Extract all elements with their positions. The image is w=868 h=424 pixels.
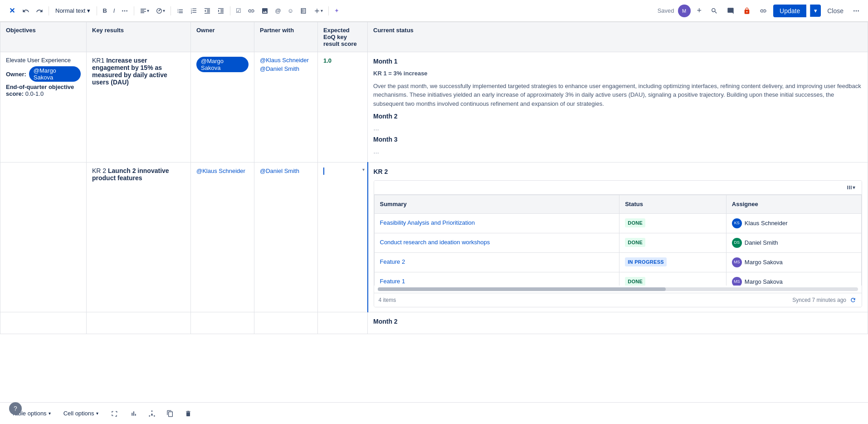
undo-button[interactable]	[20, 5, 32, 16]
jira-scroll-horizontal[interactable]	[378, 287, 858, 291]
mention-button[interactable]: @	[272, 5, 283, 16]
svg-point-1	[124, 10, 126, 11]
confluence-logo[interactable]: ✕	[5, 5, 19, 17]
header-key-results: Key results	[87, 22, 191, 52]
jira-table-wrapper[interactable]: Summary Status Assignee Feasibility Anal…	[374, 195, 862, 286]
jira-link[interactable]: Feature 2	[380, 258, 405, 265]
kr2-owner-mention[interactable]: @Klaus Schneider	[196, 168, 245, 174]
style-select-caret: ▾	[87, 7, 90, 14]
close-button[interactable]: Close	[824, 5, 846, 16]
numbered-list-button[interactable]	[187, 5, 200, 16]
header-objectives: Objectives	[0, 22, 87, 52]
jira-layout-button[interactable]: ▾	[844, 183, 858, 192]
assignee-cell: KS Klaus Schneider	[732, 218, 856, 228]
objective-title: Elevate User Experience	[6, 57, 81, 64]
status-badge: DONE	[625, 218, 645, 228]
bullet-list-button[interactable]	[174, 5, 186, 16]
ai-button[interactable]: ✦	[332, 5, 342, 16]
jira-status-cell: DONE	[619, 213, 727, 233]
more-format-button[interactable]	[118, 5, 131, 16]
main-content: Objectives Key results Owner Partner wit…	[0, 22, 868, 424]
jira-status-cell: DONE	[619, 233, 727, 252]
toolbar-right: Saved M + Update ▾ Close	[658, 4, 863, 17]
indent-increase-button[interactable]	[215, 5, 227, 16]
kr1-partner2[interactable]: @Daniel Smith	[260, 65, 312, 72]
image-button[interactable]	[258, 5, 271, 16]
kr2-score-caret[interactable]: ▾	[362, 167, 365, 172]
sep4	[171, 6, 171, 15]
assignee-name: Margo Sakova	[745, 258, 783, 267]
assignee-avatar: KS	[732, 218, 742, 228]
chart-button[interactable]	[127, 406, 141, 421]
jira-sync-time: Synced 7 minutes ago	[792, 296, 846, 304]
table-header-row: Objectives Key results Owner Partner wit…	[0, 22, 868, 52]
jira-row: Conduct research and ideation workshops …	[374, 233, 862, 252]
update-button[interactable]: Update	[773, 5, 806, 17]
month3-heading: Month 3	[373, 135, 862, 144]
kr1-status-cell: Month 1 KR 1 = 3% increase Over the past…	[368, 52, 868, 163]
comment-button[interactable]	[724, 5, 737, 16]
italic-button[interactable]: I	[111, 5, 118, 16]
kr1-partner-cell: @Klaus Schneider @Daniel Smith	[254, 52, 318, 163]
checkbox-button[interactable]: ☑	[233, 5, 244, 16]
jira-assignee-cell: MS Margo Sakova	[726, 272, 861, 286]
kr2-score-cursor	[323, 168, 324, 175]
jira-row: Feature 1 DONE MS Margo Sakova	[374, 272, 862, 286]
kr1-score-cell: 1.0	[318, 52, 368, 163]
kr1-label: KR1 Increase user engagement by 15% as m…	[92, 57, 185, 86]
update-caret-button[interactable]: ▾	[810, 5, 821, 17]
jira-refresh-button[interactable]	[849, 296, 857, 304]
color-button[interactable]: ▾	[153, 5, 168, 16]
redo-button[interactable]	[33, 5, 46, 16]
assignee-name: Klaus Schneider	[745, 219, 788, 228]
assignee-avatar: DS	[732, 238, 742, 248]
indent-decrease-button[interactable]	[201, 5, 214, 16]
kr2-score-cell: ▾	[318, 163, 368, 312]
emoji-button[interactable]: ☺	[285, 5, 296, 16]
cell-options-button[interactable]: Cell options ▾	[59, 408, 103, 419]
more-insert-button[interactable]: ▾	[311, 5, 326, 16]
lock-button[interactable]	[741, 5, 753, 16]
jira-assignee-cell: KS Klaus Schneider	[726, 213, 861, 233]
more-menu-button[interactable]	[850, 5, 863, 16]
table-button[interactable]	[297, 5, 310, 16]
jira-header-row: Summary Status Assignee	[374, 195, 862, 214]
user-avatar: M	[678, 5, 691, 17]
owner-mention[interactable]: @Margo Sakova	[29, 66, 81, 82]
add-button[interactable]: +	[694, 4, 705, 17]
diagram-button[interactable]	[145, 406, 159, 421]
row3-owner-cell	[191, 312, 254, 334]
style-select-label: Normal text	[55, 7, 85, 14]
kr2-partner[interactable]: @Daniel Smith	[260, 168, 299, 174]
svg-point-4	[856, 10, 857, 11]
jira-link[interactable]: Feature 1	[380, 278, 405, 285]
jira-assignee-cell: MS Margo Sakova	[726, 252, 861, 272]
jira-link[interactable]: Conduct research and ideation workshops	[380, 239, 490, 246]
copy-button[interactable]	[163, 406, 177, 421]
kr1-owner-mention[interactable]: @Margo Sakova	[196, 57, 249, 72]
jira-table: Summary Status Assignee Feasibility Anal…	[374, 195, 862, 286]
header-partner: Partner with	[254, 22, 318, 52]
jira-row: Feature 2 IN PROGRESS MS Margo Sakova	[374, 252, 862, 272]
help-button[interactable]: ?	[9, 402, 22, 415]
align-button[interactable]: ▾	[137, 5, 152, 16]
jira-link[interactable]: Feasibility Analysis and Prioritization	[380, 219, 475, 226]
kr1-partner1[interactable]: @Klaus Schneider	[260, 57, 312, 64]
search-button[interactable]	[708, 5, 721, 16]
status-badge: IN PROGRESS	[625, 257, 667, 267]
header-score: Expected EoQ key result score	[318, 22, 368, 52]
kr2-label: KR 2 Launch 2 innovative product feature…	[92, 167, 185, 182]
jira-scroll-thumb	[378, 287, 666, 291]
objectives-cell-empty	[0, 163, 87, 312]
style-select[interactable]: Normal text ▾	[52, 5, 94, 16]
expand-button[interactable]	[107, 408, 123, 419]
link-share-button[interactable]	[757, 5, 770, 16]
table-wrapper[interactable]: Objectives Key results Owner Partner wit…	[0, 22, 868, 402]
link-button[interactable]	[245, 5, 258, 16]
jira-summary-cell: Feature 2	[374, 252, 619, 272]
bold-button[interactable]: B	[100, 5, 109, 16]
save-status: Saved	[658, 7, 674, 14]
delete-button[interactable]	[181, 406, 195, 421]
cell-options-caret: ▾	[96, 411, 98, 416]
svg-point-5	[858, 10, 859, 11]
